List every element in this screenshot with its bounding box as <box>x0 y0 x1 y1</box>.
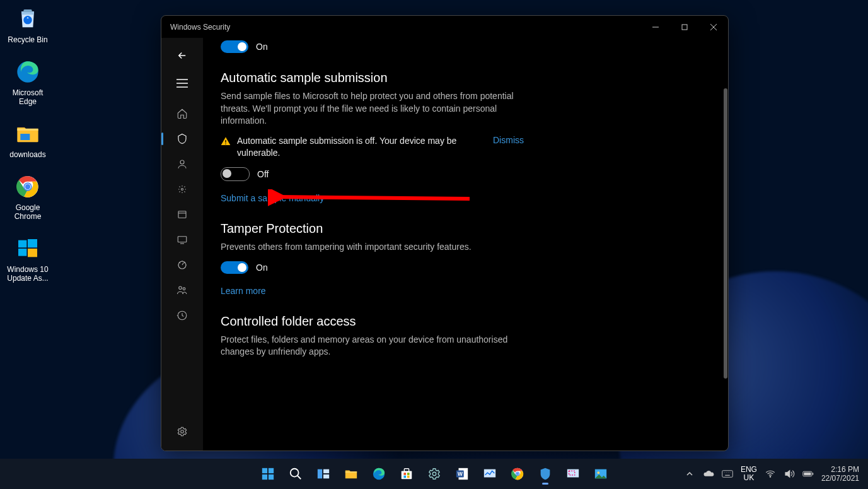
desktop-label: Recycle Bin <box>8 35 47 44</box>
chrome-taskbar-button[interactable] <box>506 462 529 486</box>
section-title-automatic-sample-submission: Automatic sample submission <box>221 71 703 85</box>
nav-protection-history[interactable] <box>161 303 203 328</box>
svg-rect-44 <box>403 473 406 475</box>
svg-rect-22 <box>178 237 187 242</box>
start-button[interactable] <box>256 462 280 486</box>
cloud-protection-toggle[interactable] <box>221 40 248 53</box>
svg-rect-29 <box>225 143 226 144</box>
tamper-protection-toggle[interactable] <box>221 261 248 274</box>
taskbar: W ENG UK 2:16 PM 22/07/2021 <box>0 459 868 489</box>
learn-more-link[interactable]: Learn more <box>221 286 266 296</box>
section-description: Send sample files to Microsoft to help p… <box>221 90 523 127</box>
back-button[interactable] <box>170 43 195 68</box>
content-area: On Automatic sample submission Send samp… <box>203 38 728 451</box>
nav-home[interactable] <box>161 101 203 126</box>
submit-sample-manually-link[interactable]: Submit a sample manually <box>221 193 324 203</box>
lang-secondary: UK <box>741 474 757 482</box>
titlebar[interactable]: Windows Security <box>161 16 728 38</box>
scrollbar[interactable] <box>724 88 727 379</box>
recycle-bin-icon <box>14 5 42 33</box>
svg-rect-40 <box>345 471 356 473</box>
section-title-controlled-folder-access: Controlled folder access <box>221 314 703 329</box>
date: 22/07/2021 <box>821 474 859 483</box>
svg-point-67 <box>770 476 771 478</box>
nav-virus-protection[interactable] <box>161 126 203 151</box>
windows-security-taskbar-button[interactable] <box>533 462 557 486</box>
close-button[interactable] <box>699 16 728 38</box>
svg-rect-7 <box>18 240 26 248</box>
desktop-icon-edge[interactable]: Microsoft Edge <box>4 58 52 106</box>
svg-rect-39 <box>323 474 329 478</box>
desktop-icons: Recycle Bin Microsoft Edge downloads Goo… <box>4 5 52 283</box>
tray-overflow-icon[interactable] <box>684 468 695 480</box>
svg-point-48 <box>432 472 436 476</box>
clock[interactable]: 2:16 PM 22/07/2021 <box>821 465 859 483</box>
svg-point-60 <box>597 471 599 474</box>
maximize-button[interactable] <box>670 16 699 38</box>
hamburger-button[interactable] <box>170 71 195 96</box>
battery-icon[interactable] <box>802 468 814 480</box>
keyboard-icon[interactable] <box>722 468 733 480</box>
desktop-icon-downloads[interactable]: downloads <box>4 120 52 159</box>
dismiss-link[interactable]: Dismiss <box>493 135 524 145</box>
snipping-tool-button[interactable] <box>561 462 585 486</box>
wifi-icon[interactable] <box>765 468 776 480</box>
nav-account-protection[interactable] <box>161 151 203 177</box>
svg-point-27 <box>181 430 184 433</box>
svg-text:W: W <box>457 471 462 477</box>
desktop-label: Microsoft Edge <box>4 88 52 106</box>
nav-firewall[interactable] <box>161 177 203 202</box>
desktop-label: Windows 10 Update As... <box>4 265 52 283</box>
task-manager-button[interactable] <box>478 462 502 486</box>
svg-rect-69 <box>804 473 811 476</box>
svg-point-18 <box>180 160 184 164</box>
nav-family-options[interactable] <box>161 278 203 303</box>
microsoft-store-button[interactable] <box>395 462 419 486</box>
word-button[interactable]: W <box>450 462 474 486</box>
svg-rect-47 <box>407 476 409 478</box>
automatic-sample-submission-toggle[interactable] <box>221 167 250 181</box>
file-explorer-button[interactable] <box>339 462 363 486</box>
svg-rect-20 <box>178 211 186 218</box>
windows-security-window: Windows Security <box>161 15 729 451</box>
task-view-button[interactable] <box>311 462 335 486</box>
settings-taskbar-button[interactable] <box>422 462 446 486</box>
desktop-label: Google Chrome <box>4 203 52 221</box>
desktop-label: downloads <box>9 150 45 159</box>
window-title: Windows Security <box>170 23 230 32</box>
svg-rect-12 <box>682 25 687 30</box>
search-button[interactable] <box>284 462 308 486</box>
windows-icon <box>14 235 42 262</box>
onedrive-icon[interactable] <box>703 468 714 480</box>
minimize-button[interactable] <box>641 16 670 38</box>
svg-rect-42 <box>401 471 412 479</box>
system-tray: ENG UK 2:16 PM 22/07/2021 <box>684 465 868 483</box>
svg-rect-61 <box>722 471 733 478</box>
svg-rect-2 <box>20 134 30 140</box>
nav-app-browser[interactable] <box>161 202 203 227</box>
photos-button[interactable] <box>589 462 613 486</box>
toggle-label: On <box>256 262 268 273</box>
svg-rect-37 <box>317 469 321 479</box>
svg-point-19 <box>182 189 183 191</box>
svg-rect-38 <box>323 469 329 473</box>
svg-point-24 <box>179 286 182 290</box>
nav-device-security[interactable] <box>161 227 203 252</box>
volume-icon[interactable] <box>784 468 795 480</box>
svg-point-56 <box>516 473 519 475</box>
svg-rect-8 <box>28 239 37 247</box>
desktop-icon-recycle-bin[interactable]: Recycle Bin <box>4 5 52 44</box>
taskbar-center: W <box>256 462 613 486</box>
nav-settings[interactable] <box>170 419 195 444</box>
svg-rect-32 <box>268 468 273 473</box>
svg-rect-33 <box>262 474 267 480</box>
section-title-tamper-protection: Tamper Protection <box>221 221 703 236</box>
chrome-icon <box>14 173 42 201</box>
desktop-icon-winupdate[interactable]: Windows 10 Update As... <box>4 235 52 283</box>
edge-button[interactable] <box>367 462 391 486</box>
nav-device-performance[interactable] <box>161 252 203 278</box>
language-indicator[interactable]: ENG UK <box>741 466 757 482</box>
desktop-icon-chrome[interactable]: Google Chrome <box>4 173 52 221</box>
section-description: Protect files, folders and memory areas … <box>221 334 523 358</box>
section-description: Prevents others from tampering with impo… <box>221 241 523 254</box>
